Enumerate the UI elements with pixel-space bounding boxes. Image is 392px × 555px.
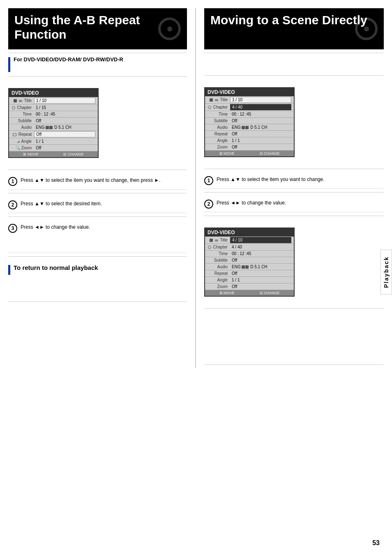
dvd-panel-footer-right2: ⊞ MOVE ⊟ CHANGE [205, 290, 294, 296]
dvd-panel-footer-left1: ⊞ MOVE ⊟ CHANGE [9, 151, 98, 157]
dvd-value-r1-subtitle: Off [230, 118, 291, 123]
dvd-row-audio: Audio ENG D 5.1 CH [9, 124, 98, 131]
dvd-row-r1-subtitle: Subtitle Off [205, 118, 294, 124]
divider-after-step2-right [204, 216, 384, 216]
step2-right-num: 2 [204, 200, 213, 209]
subtitle-block: For DVD-VIDEO/DVD-RAM/ DVD-RW/DVD-R [8, 56, 187, 72]
dvd-label-title: Title [12, 98, 34, 103]
dvd-row-r2-audio: Audio ENG D 5.1 CH [205, 264, 294, 270]
dvd-label-r1-title: Title [208, 98, 230, 102]
right-bottom-spacer [204, 312, 384, 361]
dvd-row-r1-zoom: Zoom Off [205, 144, 294, 151]
dvd-panel-left1-header: DVD-VIDEO [9, 89, 98, 97]
dvd-label-r2-zoom: Zoom [208, 284, 230, 289]
dvd-value-repeat: Off [34, 131, 95, 137]
dvd-label-r2-repeat: Repeat [208, 271, 230, 276]
dvd-label-r2-time: Time [208, 251, 230, 256]
footer-move-right2: ⊞ MOVE [219, 291, 235, 295]
dvd-label-r1-time: Time [208, 112, 230, 116]
left-title-block: Using the A-B Repeat Function [8, 8, 187, 49]
right-title-block: Moving to a Scene Directly [204, 8, 384, 49]
dvd-label-time: Time [12, 112, 34, 116]
step2-right: 2 Press ◄► to change the value. [204, 196, 384, 212]
panel-wrapper-left1: DVD-VIDEO Title 1 / 10 [8, 80, 187, 166]
blue-bar-return [8, 265, 10, 275]
footer-change-right1: ⊟ CHANGE [260, 151, 280, 156]
divider-after-panel-right2 [204, 308, 384, 309]
dvd-value-r1-repeat: Off [230, 131, 291, 137]
dvd-row-r1-repeat: Repeat Off [205, 131, 294, 137]
dvd-row-r1-audio: Audio ENG D 5.1 CH [205, 124, 294, 131]
dvd-row-r2-chapter: Chapter 4 / 40 [205, 244, 294, 251]
dvd-value-angle: 1 / 1 [34, 139, 95, 144]
divider-after-step2-left [8, 216, 187, 217]
dvd-value-r2-audio: ENG D 5.1 CH [230, 264, 291, 269]
dvd-value-r2-chapter: 4 / 40 [230, 244, 291, 250]
divider-after-subtitle [8, 76, 187, 77]
divider-after-title-right [204, 53, 384, 53]
dvd-label-subtitle: Subtitle [12, 118, 34, 123]
step1-right-text: Press ▲▼ to select the item you want to … [217, 176, 325, 183]
dvd-row-r2-title: Title 4 / 10 [205, 237, 294, 244]
dvd-value-r2-angle: 1 / 1 [230, 277, 291, 283]
dvd-row-r1-time: Time 00 : 12 :45 [205, 111, 294, 118]
dvd-label-r2-angle: Angle [208, 278, 230, 282]
dvd-row-title: Title 1 / 10 [9, 97, 98, 104]
dvd-row-repeat: Repeat Off [9, 131, 98, 138]
step2-left: 2 Press ▲▼ to select the desired item. [8, 197, 187, 213]
dvd-label-r1-zoom: Zoom [208, 145, 230, 149]
dvd-row-r2-zoom: Zoom Off [205, 283, 294, 290]
right-subtitle-spacer [204, 56, 384, 72]
divider-after-panel-right1 [204, 169, 384, 169]
dvd-value-time: 00 : 12 :45 [34, 111, 95, 117]
dvd-value-r1-chapter: 4 / 40 [230, 104, 291, 110]
dvd-label-r2-title: Title [208, 238, 230, 242]
step1-left-num: 1 [8, 177, 17, 186]
divider-after-title-left [8, 53, 187, 53]
dvd-value-r1-audio: ENG D 5.1 CH [230, 125, 291, 130]
step3-left-num: 3 [8, 224, 17, 233]
dvd-row-r1-angle: Angle 1 / 1 [205, 137, 294, 144]
dvd-value-zoom: Off [34, 145, 95, 151]
to-return-section: To return to normal playback [8, 260, 187, 281]
dvd-value-audio: ENG D 5.1 CH [34, 125, 95, 130]
dvd-row-r2-angle: Angle 1 / 1 [205, 277, 294, 283]
dvd-row-r1-title: Title 1 / 10 [205, 96, 294, 104]
dvd-row-r2-repeat: Repeat Off [205, 270, 294, 277]
dvd-panel-right1: DVD-VIDEO Title 1 / 10 Chapter [204, 87, 295, 157]
step2-left-text: Press ▲▼ to select the desired item. [21, 200, 102, 207]
dvd-label-repeat: Repeat [12, 132, 34, 137]
right-title: Moving to a Scene Directly [210, 13, 378, 28]
step1-right-num: 1 [204, 176, 213, 185]
dvd-value-r1-angle: 1 / 1 [230, 138, 291, 143]
dvd-row-chapter: Chapter 1 / 15 [9, 104, 98, 111]
panel-wrapper-right2: DVD-VIDEO Title 4 / 10 Chapter [204, 219, 384, 305]
dvd-label-r1-chapter: Chapter [208, 105, 230, 109]
dvd-label-angle: ⊿ Angle [12, 139, 34, 144]
dvd-label-r1-repeat: Repeat [208, 132, 230, 136]
dvd-value-r2-time: 00 : 12 :45 [230, 251, 291, 256]
divider-end-left [8, 302, 187, 302]
disc-icon-right [355, 18, 378, 40]
main-content: Using the A-B Repeat Function For DVD-VI… [8, 8, 384, 368]
footer-move-right1: ⊞ MOVE [219, 151, 235, 156]
step1-left: 1 Press ▲▼ to select the item you want t… [8, 173, 187, 190]
step3-left: 3 Press ◄► to change the value. [8, 220, 187, 253]
step3-left-text: Press ◄► to change the value. [21, 223, 90, 231]
divider-end-right [204, 365, 384, 365]
dvd-label-audio: Audio [12, 125, 34, 130]
disc-icon-left [158, 18, 181, 40]
left-column: Using the A-B Repeat Function For DVD-VI… [8, 8, 196, 368]
step1-right: 1 Press ▲▼ to select the item you want t… [204, 172, 384, 189]
dvd-label-r2-subtitle: Subtitle [208, 258, 230, 262]
dvd-row-subtitle: Subtitle Off [9, 118, 98, 124]
panel-wrapper-right1: DVD-VIDEO Title 1 / 10 Chapter [204, 79, 384, 165]
dvd-panel-right2: DVD-VIDEO Title 4 / 10 Chapter [204, 228, 295, 297]
dvd-label-r1-angle: Angle [208, 138, 230, 143]
dvd-value-r1-time: 00 : 12 :45 [230, 111, 291, 117]
step2-left-num: 2 [8, 200, 17, 209]
blue-bar [8, 57, 10, 72]
divider-after-step1-left [8, 193, 187, 193]
dvd-panel-right1-header: DVD-VIDEO [205, 88, 294, 96]
dvd-label-r2-chapter: Chapter [208, 245, 230, 249]
